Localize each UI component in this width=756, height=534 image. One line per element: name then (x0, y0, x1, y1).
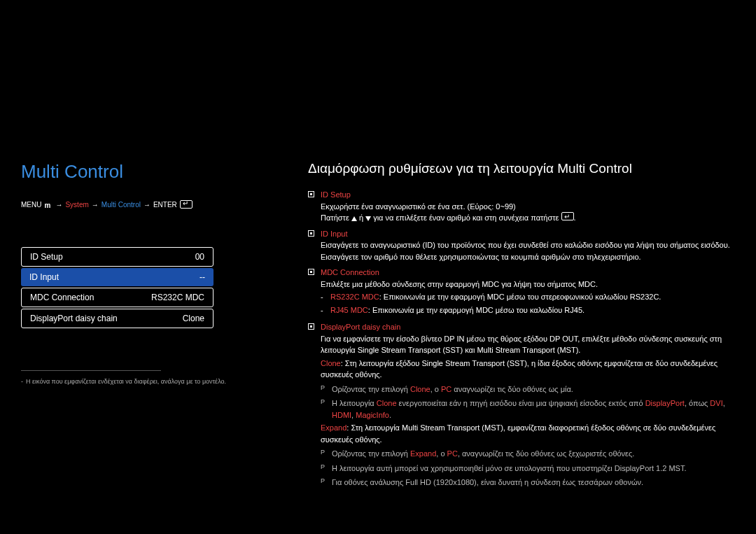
bullet-icon (308, 323, 314, 330)
mdc-rs232c: - RS232C MDC: Επικοινωνία με την εφαρμογ… (321, 291, 735, 303)
mdc-line1: Επιλέξτε μια μέθοδο σύνδεσης στην εφαρμο… (321, 279, 735, 290)
dp-clone-p1: P Ορίζοντας την επιλογή Clone, ο PC αναγ… (321, 384, 735, 395)
id-setup-line1: Εκχωρήστε ένα αναγνωριστικό σε ένα σετ. … (321, 201, 735, 213)
description-title: Διαμόρφωση ρυθμίσεων για τη λειτουργία M… (308, 161, 735, 176)
bc-menu: MENU (21, 201, 41, 209)
bc-system: System (65, 201, 88, 209)
menu-label: DisplayPort daisy chain (30, 314, 118, 323)
bullet-icon (308, 230, 314, 237)
heading-id-setup: ID Setup (321, 189, 735, 201)
up-icon (351, 216, 357, 221)
menu-id-input[interactable]: ID Input -- (21, 268, 214, 286)
id-setup-line2: Πατήστε ή για να επιλέξετε έναν αριθμό κ… (321, 212, 735, 224)
menu-value: 00 (195, 252, 204, 262)
id-input-line2: Εισαγάγετε τον αριθμό που θέλετε χρησιμο… (321, 251, 735, 263)
arrow-icon: → (144, 201, 150, 209)
bc-multi-control: Multi Control (102, 201, 141, 209)
dp-expand: Expand: Στη λειτουργία Multi Stream Tran… (321, 422, 735, 445)
enter-icon (180, 200, 192, 209)
bc-enter: ENTER (153, 201, 177, 209)
enter-icon (561, 212, 574, 220)
page-title: Multi Control (21, 161, 280, 183)
dp-intro: Για να εμφανίσετε την είσοδο βίντεο DP I… (321, 333, 735, 356)
image-note: -Η εικόνα που εμφανίζεται ενδέχεται να δ… (21, 378, 280, 385)
breadcrumb: MENU → System → Multi Control → ENTER (21, 200, 280, 209)
divider (21, 370, 161, 371)
heading-dp: DisplayPort daisy chain (321, 321, 735, 333)
menu-icon (44, 202, 52, 210)
arrow-icon: → (92, 201, 99, 209)
bullet-icon (308, 269, 314, 275)
bullet-icon (308, 191, 314, 197)
mdc-rj45: - RJ45 MDC: Επικοινωνία με την εφαρμογή … (321, 304, 735, 316)
arrow-icon: → (55, 201, 62, 209)
item-id-input: ID Input Εισαγάγετε το αναγνωριστικό (ID… (308, 228, 735, 263)
dp-clone: Clone: Στη λειτουργία εξόδου Single Stre… (321, 358, 735, 381)
menu-value: -- (200, 272, 205, 282)
dp-expand-p1: P Ορίζοντας την επιλογή Expand, ο PC, αν… (321, 448, 735, 460)
menu-id-setup[interactable]: ID Setup 00 (21, 247, 214, 267)
dp-expand-p2: P Η λειτουργία αυτή μπορεί να χρησιμοποι… (321, 463, 735, 475)
item-id-setup: ID Setup Εκχωρήστε ένα αναγνωριστικό σε … (308, 189, 735, 224)
menu-mdc-connection[interactable]: MDC Connection RS232C MDC (21, 288, 214, 307)
menu-dp-daisy-chain[interactable]: DisplayPort daisy chain Clone (21, 309, 214, 328)
osd-menu: ID Setup 00 ID Input -- MDC Connection R… (21, 247, 214, 328)
item-dp-daisy-chain: DisplayPort daisy chain Για να εμφανίσετ… (308, 321, 735, 489)
dp-expand-p3: P Για οθόνες ανάλυσης Full HD (1920x1080… (321, 477, 735, 489)
heading-id-input: ID Input (321, 228, 735, 240)
menu-value: RS232C MDC (151, 293, 204, 302)
item-mdc-connection: MDC Connection Επιλέξτε μια μέθοδο σύνδε… (308, 267, 735, 317)
menu-label: ID Input (29, 272, 59, 282)
id-input-line1: Εισαγάγετε το αναγνωριστικό (ID) του προ… (321, 239, 735, 251)
down-icon (365, 216, 371, 221)
menu-label: MDC Connection (30, 293, 94, 302)
heading-mdc: MDC Connection (321, 267, 735, 279)
dp-clone-p2: P Η λειτουργία Clone ενεργοποιείται εάν … (321, 398, 735, 421)
menu-value: Clone (183, 314, 204, 323)
menu-label: ID Setup (30, 252, 63, 262)
